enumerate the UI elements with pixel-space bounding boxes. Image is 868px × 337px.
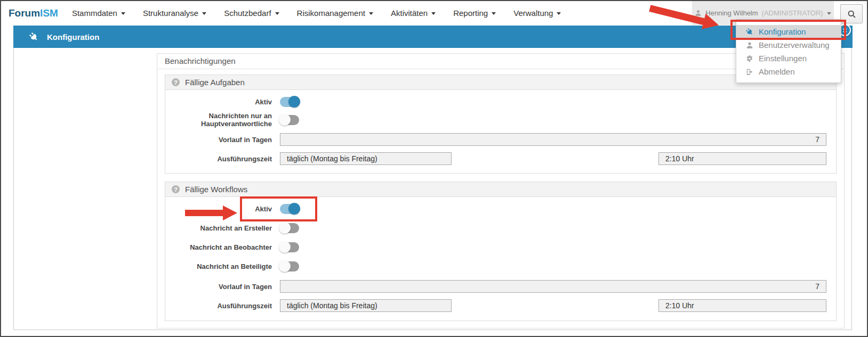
menu-label: Verwaltung <box>513 9 553 18</box>
user-icon <box>695 10 702 17</box>
configuration-panel: Konfiguration × Benachrichtigungen ? Fäl… <box>13 26 852 330</box>
group-title: Fällige Workflows <box>185 185 247 194</box>
chevron-down-icon <box>557 12 561 15</box>
plug-icon <box>744 26 755 37</box>
toggle-label: Nachricht an Beobachter <box>165 243 272 251</box>
chevron-down-icon <box>369 12 373 15</box>
beobachter-toggle[interactable] <box>280 242 299 252</box>
ersteller-toggle[interactable] <box>280 223 299 233</box>
menu-item-einstellungen[interactable]: Einstellungen <box>736 52 841 65</box>
main-menu: Stammdaten Strukturanalyse Schutzbedarf … <box>72 9 561 18</box>
menu-label: Risikomanagement <box>297 9 365 18</box>
app-window: ForumISM Stammdaten Strukturanalyse Schu… <box>0 0 868 337</box>
toggle-knob <box>288 96 300 108</box>
chevron-down-icon <box>121 12 125 15</box>
vorlauf-row: Vorlauf in Tagen 7 <box>165 280 836 293</box>
menu-label: Aktivitäten <box>391 9 428 18</box>
vorlauf-row: Vorlauf in Tagen 7 <box>165 133 836 146</box>
chevron-down-icon <box>202 12 206 15</box>
menu-item-strukturanalyse[interactable]: Strukturanalyse <box>143 9 206 18</box>
toggle-label: Aktiv <box>165 98 272 106</box>
toggle-label: Nachricht an Ersteller <box>165 224 272 232</box>
toggle-row-aktiv: Aktiv <box>165 202 836 216</box>
hauptverantwortliche-toggle[interactable] <box>280 115 299 125</box>
toggle-label: Nachrichten nur an Hauptverantwortliche <box>165 112 272 128</box>
field-label: Ausführungszeit <box>165 302 272 310</box>
search-icon <box>847 10 856 19</box>
time-field[interactable]: 2:10 Uhr <box>658 299 826 312</box>
sign-out-icon <box>745 68 754 76</box>
help-icon[interactable]: ? <box>172 185 180 193</box>
group-header: ? Fällige Workflows <box>165 182 836 197</box>
menu-label: Stammdaten <box>72 9 117 18</box>
menu-label: Reporting <box>453 9 488 18</box>
schedule-field[interactable]: täglich (Montag bis Freitag) <box>280 152 452 165</box>
menu-item-label: Abmelden <box>759 67 795 76</box>
brand-part2: ISM <box>40 7 58 19</box>
chevron-down-icon <box>492 12 496 15</box>
group-title: Fällige Aufgaben <box>185 78 245 87</box>
toggle-label: Aktiv <box>165 205 272 213</box>
user-dropdown-menu: Konfiguration Benutzerverwaltung Einstel… <box>736 19 841 83</box>
menu-item-label: Konfiguration <box>759 27 806 36</box>
brand-part1: Forum <box>9 7 40 19</box>
toggle-row-aktiv: Aktiv <box>165 95 836 109</box>
toggle-row-beobachter: Nachricht an Beobachter <box>165 240 836 254</box>
user-name: Henning Wilhelm <box>705 9 758 17</box>
menu-item-risikomanagement[interactable]: Risikomanagement <box>297 9 373 18</box>
menu-item-konfiguration[interactable]: Konfiguration <box>736 25 841 38</box>
toggle-row-beteiligte: Nachricht an Beteiligte <box>165 259 836 273</box>
notifications-panel: Benachrichtigungen ? Fällige Aufgaben Ak… <box>157 53 845 328</box>
chevron-down-icon <box>275 12 279 15</box>
toggle-row-ersteller: Nachricht an Ersteller <box>165 221 836 235</box>
chevron-down-icon <box>827 12 831 15</box>
group-faellige-aufgaben: ? Fällige Aufgaben Aktiv Nachrichten nur… <box>165 75 837 174</box>
group-faellige-workflows: ? Fällige Workflows Aktiv Nachricht an E… <box>165 182 837 321</box>
vorlauf-in-tagen-field[interactable]: 7 <box>280 280 826 293</box>
gear-icon <box>745 55 754 62</box>
toggle-knob <box>279 241 291 253</box>
vorlauf-in-tagen-field[interactable]: 7 <box>280 133 826 146</box>
chevron-down-icon <box>431 12 436 15</box>
ausfuehrungszeit-row: Ausführungszeit täglich (Montag bis Frei… <box>165 152 836 165</box>
menu-label: Strukturanalyse <box>143 9 198 18</box>
aktiv-toggle[interactable] <box>280 204 299 214</box>
user-icon <box>745 42 754 49</box>
toggle-label: Nachricht an Beteiligte <box>165 262 272 270</box>
toggle-knob <box>279 260 291 272</box>
help-icon[interactable]: ? <box>172 78 180 86</box>
menu-item-abmelden[interactable]: Abmelden <box>736 65 841 78</box>
toggle-knob <box>279 114 291 126</box>
menu-item-label: Benutzerverwaltung <box>759 40 830 50</box>
field-label: Vorlauf in Tagen <box>165 136 272 144</box>
field-label: Vorlauf in Tagen <box>165 283 272 291</box>
ausfuehrungszeit-row: Ausführungszeit täglich (Montag bis Frei… <box>165 299 836 312</box>
schedule-field[interactable]: täglich (Montag bis Freitag) <box>280 299 452 312</box>
field-label: Ausführungszeit <box>165 155 272 163</box>
menu-label: Schutzbedarf <box>224 9 271 18</box>
time-field[interactable]: 2:10 Uhr <box>658 152 826 165</box>
toggle-row-hauptverantwortliche: Nachrichten nur an Hauptverantwortliche <box>165 112 836 128</box>
menu-item-stammdaten[interactable]: Stammdaten <box>72 9 125 18</box>
menu-item-benutzerverwaltung[interactable]: Benutzerverwaltung <box>736 38 841 52</box>
beteiligte-toggle[interactable] <box>280 261 299 272</box>
menu-item-label: Einstellungen <box>759 54 807 63</box>
toggle-knob <box>279 222 291 234</box>
aktiv-toggle[interactable] <box>280 97 299 107</box>
toggle-knob <box>288 203 300 215</box>
search-button[interactable] <box>840 4 863 23</box>
menu-item-verwaltung[interactable]: Verwaltung <box>513 9 561 18</box>
brand-logo[interactable]: ForumISM <box>9 7 58 19</box>
menu-item-schutzbedarf[interactable]: Schutzbedarf <box>224 9 279 18</box>
plug-icon <box>27 30 40 43</box>
user-role: (ADMINISTRATOR) <box>762 9 823 17</box>
menu-item-reporting[interactable]: Reporting <box>453 9 496 18</box>
panel-header-bar: Konfiguration × <box>13 26 853 48</box>
panel-title: Konfiguration <box>47 32 99 42</box>
menu-item-aktivitaeten[interactable]: Aktivitäten <box>391 9 436 18</box>
